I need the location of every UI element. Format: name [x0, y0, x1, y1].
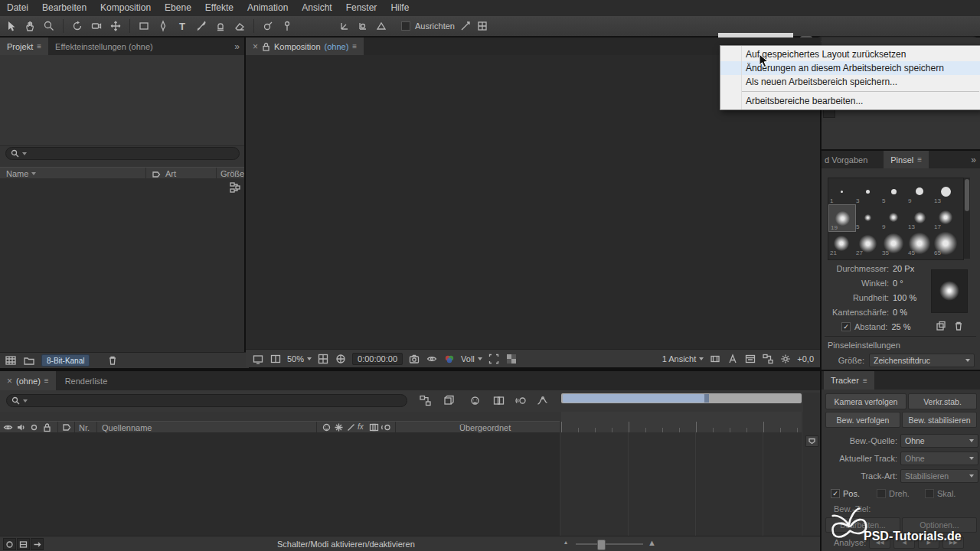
- region-of-interest-icon[interactable]: [488, 353, 500, 365]
- brush-preset[interactable]: 1: [828, 178, 854, 204]
- tab-renderliste[interactable]: Renderliste: [58, 371, 115, 390]
- hardness-value[interactable]: 0 %: [893, 308, 907, 317]
- brush-preset[interactable]: 45: [906, 230, 933, 256]
- zoom-out-mountain-icon[interactable]: ▴: [564, 539, 567, 546]
- panel-menu-icon[interactable]: ≡: [352, 42, 357, 51]
- track-time-area[interactable]: [561, 432, 802, 536]
- unified-camera-tool-icon[interactable]: [89, 18, 104, 34]
- reset-exposure-icon[interactable]: [779, 353, 792, 365]
- work-area-end-handle[interactable]: [704, 394, 709, 403]
- show-channels-icon[interactable]: [443, 353, 456, 365]
- column-groesse[interactable]: Größe: [220, 169, 244, 178]
- brush-preset[interactable]: 13: [906, 204, 933, 230]
- delete-brush-icon[interactable]: [952, 320, 965, 332]
- brush-preset[interactable]: 9: [906, 178, 933, 204]
- track-camera-button[interactable]: Kamera verfolgen: [825, 393, 906, 409]
- spacing-value[interactable]: 25 %: [891, 322, 910, 331]
- pen-tool-icon[interactable]: [155, 18, 171, 34]
- brush-preset[interactable]: 17: [933, 204, 959, 230]
- lock-icon[interactable]: [262, 42, 270, 51]
- project-search-input[interactable]: [30, 148, 234, 159]
- menu-datei[interactable]: Datei: [0, 0, 35, 16]
- snap-checkbox[interactable]: [401, 21, 410, 31]
- time-ruler[interactable]: [561, 412, 802, 433]
- grid-guides-icon[interactable]: [317, 353, 329, 365]
- timeline-button-icon[interactable]: [744, 353, 756, 365]
- column-nr[interactable]: Nr.: [79, 423, 90, 432]
- interpret-footage-icon[interactable]: [5, 354, 17, 367]
- current-time-display[interactable]: 0:00:00:00: [352, 353, 403, 365]
- size-dynamics-select[interactable]: Zeichenstiftdruc: [869, 354, 975, 367]
- panel-overflow-icon[interactable]: »: [971, 155, 976, 165]
- project-search-box[interactable]: [5, 147, 240, 160]
- menu-bearbeiten[interactable]: Bearbeiten: [35, 0, 93, 16]
- expand-transfer-controls-icon[interactable]: [17, 538, 30, 550]
- close-tab-icon[interactable]: ×: [7, 376, 12, 386]
- stabilize-motion-button[interactable]: Bew. stabilisieren: [902, 412, 977, 428]
- work-area-bar[interactable]: [561, 393, 802, 403]
- hide-shy-layers-icon[interactable]: [469, 394, 481, 406]
- solo-column-icon[interactable]: [29, 422, 39, 432]
- view-layout-icon[interactable]: [270, 353, 282, 365]
- clone-stamp-tool-icon[interactable]: [213, 18, 228, 34]
- brush-tool-icon[interactable]: [194, 18, 209, 34]
- exposure-value[interactable]: +0,0: [797, 354, 814, 364]
- column-quellenname[interactable]: Quellenname: [102, 423, 152, 432]
- brush-preset[interactable]: 21: [828, 230, 854, 256]
- snapshot-icon[interactable]: [408, 353, 420, 365]
- rotate-tool-icon[interactable]: [70, 18, 85, 34]
- motion-source-select[interactable]: Ohne: [900, 434, 978, 448]
- brush-preset[interactable]: 9: [880, 204, 906, 230]
- motion-blur-switch-icon[interactable]: [381, 422, 391, 432]
- layer-list-area[interactable]: [0, 432, 560, 536]
- fast-previews-icon[interactable]: [727, 353, 739, 365]
- mask-visibility-icon[interactable]: [335, 353, 347, 365]
- project-flowchart-icon[interactable]: [229, 181, 241, 194]
- brush-preset-selected[interactable]: 19: [828, 204, 856, 232]
- panel-menu-icon[interactable]: ≡: [44, 377, 49, 385]
- label-column-icon[interactable]: [62, 422, 72, 432]
- new-folder-icon[interactable]: [23, 354, 35, 367]
- brush-preset[interactable]: 5: [880, 178, 906, 204]
- brush-preset[interactable]: 35: [880, 230, 906, 256]
- brush-preset[interactable]: 27: [854, 230, 880, 256]
- pan-behind-tool-icon[interactable]: [108, 18, 123, 34]
- column-name[interactable]: Name: [6, 169, 28, 178]
- resolution-select[interactable]: Voll: [461, 354, 482, 364]
- menu-animation[interactable]: Animation: [240, 0, 295, 16]
- axis-local-icon[interactable]: [338, 20, 351, 32]
- search-options-arrow-icon[interactable]: [23, 399, 28, 403]
- axis-world-icon[interactable]: [357, 20, 369, 32]
- menu-item-edit-workspaces[interactable]: Arbeitsbereiche bearbeiten...: [720, 94, 980, 108]
- quality-switch-icon[interactable]: [346, 422, 356, 432]
- menu-fenster[interactable]: Fenster: [339, 0, 384, 16]
- composition-mini-flowchart-icon[interactable]: [419, 394, 431, 406]
- roundness-value[interactable]: 100 %: [893, 293, 916, 302]
- motion-blur-icon[interactable]: [514, 394, 527, 406]
- zoom-slider-handle[interactable]: [597, 540, 606, 550]
- panel-menu-icon[interactable]: ≡: [917, 155, 922, 164]
- bit-depth-button[interactable]: 8-Bit-Kanal: [41, 354, 90, 367]
- zoom-tool-icon[interactable]: [41, 18, 57, 34]
- snap-options-icon[interactable]: [459, 20, 472, 32]
- collapse-switch-icon[interactable]: [334, 422, 344, 432]
- column-uebergeordnet[interactable]: Übergeordnet: [459, 423, 511, 432]
- brush-preset[interactable]: 3: [854, 178, 880, 204]
- show-snapshot-icon[interactable]: [426, 353, 438, 365]
- frame-blend-switch-icon[interactable]: [369, 422, 379, 432]
- menu-item-save-as-new[interactable]: Als neuen Arbeitsbereich speichern...: [720, 75, 980, 89]
- angle-value[interactable]: 0 °: [893, 279, 903, 288]
- work-area-region[interactable]: [563, 394, 704, 403]
- tab-vorgaben[interactable]: d Vorgaben: [822, 151, 874, 168]
- timeline-search-input[interactable]: [31, 396, 402, 406]
- frame-blend-icon[interactable]: [492, 394, 505, 406]
- zoom-in-mountain-icon[interactable]: ▲: [648, 538, 656, 547]
- warp-stabilizer-button[interactable]: Verkr.stab.: [908, 393, 977, 409]
- shape-tool-icon[interactable]: [136, 18, 152, 34]
- magnification-select[interactable]: 50%: [287, 354, 312, 364]
- roto-brush-tool-icon[interactable]: [260, 18, 276, 34]
- tab-effekteinstellungen[interactable]: Effekteinstellungen (ohne): [48, 37, 160, 55]
- track-type-select[interactable]: Stabilisieren: [900, 469, 978, 483]
- preview-toggle-icon[interactable]: [252, 353, 264, 365]
- brush-preset[interactable]: 5: [854, 204, 880, 230]
